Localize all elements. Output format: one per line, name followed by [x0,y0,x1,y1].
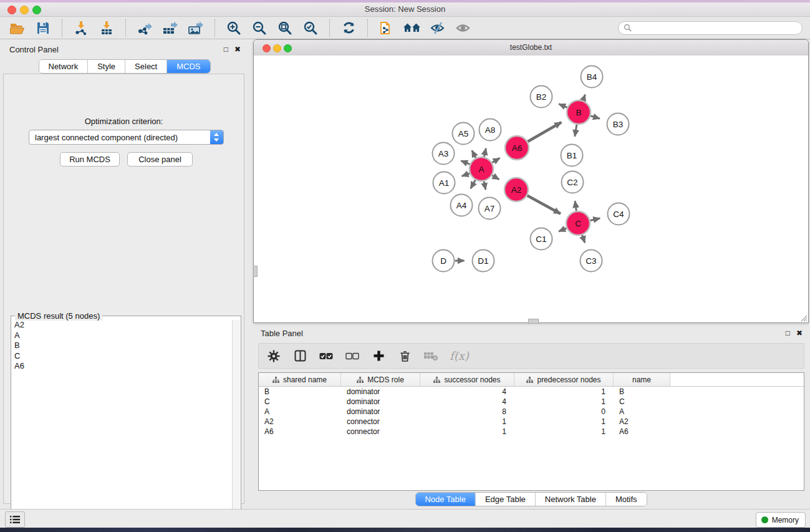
table-row[interactable]: A2connector11A2 [259,417,804,427]
open-session-icon[interactable] [7,19,27,37]
cell-name[interactable]: A2 [614,417,670,426]
deselect-all-rows-icon[interactable] [345,349,360,364]
table-row[interactable]: Adominator80A [259,407,804,417]
cell-successor-nodes[interactable]: 1 [420,427,514,436]
graph-edge-A-A3[interactable] [461,161,470,165]
tab-network-table[interactable]: Network Table [535,493,605,506]
cell-MCDS-role[interactable]: dominator [341,387,420,396]
export-table-icon[interactable] [160,19,180,37]
table-row[interactable]: A6connector11A6 [259,427,804,437]
column-header-MCDS-role[interactable]: MCDS role [341,373,420,386]
run-mcds-button[interactable]: Run MCDS [60,152,120,167]
table-options-gear-icon[interactable] [266,349,281,364]
tab-style[interactable]: Style [87,60,125,73]
import-network-from-file-icon[interactable] [71,19,91,37]
tab-edge-table[interactable]: Edge Table [475,493,535,506]
graph-node-B2[interactable]: B2 [531,86,552,108]
cell-successor-nodes[interactable]: 8 [420,407,514,416]
graph-node-A1[interactable]: A1 [433,172,455,194]
mcds-result-scrollbar[interactable] [232,320,240,529]
refresh-icon[interactable] [339,19,359,37]
cell-predecessor-nodes[interactable]: 0 [514,407,614,416]
cell-MCDS-role[interactable]: connector [341,427,420,436]
graph-edge-A-A4[interactable] [471,180,476,189]
mcds-result-list[interactable]: A2ABCA6 [12,320,232,529]
add-row-icon[interactable] [371,349,386,364]
graph-node-B1[interactable]: B1 [561,145,583,167]
graph-node-A5[interactable]: A5 [453,123,475,145]
mcds-result-item[interactable]: C [14,351,232,362]
mcds-result-item[interactable]: A2 [14,320,232,331]
cell-name[interactable]: C [614,397,670,406]
mcds-result-item[interactable]: A [14,331,232,341]
graph-edge-A-A2[interactable] [492,175,499,180]
graph-edge-A-A1[interactable] [462,173,470,177]
graph-node-D[interactable]: D [433,250,455,272]
tab-network[interactable]: Network [39,60,87,73]
network-window-titlebar[interactable]: testGlobe.txt [254,40,808,56]
cell-successor-nodes[interactable]: 4 [420,387,514,396]
graph-edge-A-A5[interactable] [472,150,476,158]
graph-edge-A-A6[interactable] [492,158,499,162]
splitter-handle-left[interactable] [253,266,258,277]
cell-shared-name[interactable]: C [259,397,341,406]
create-column-icon[interactable] [292,349,307,364]
graph-node-A7[interactable]: A7 [479,198,501,220]
splitter-handle-bottom[interactable] [528,319,539,324]
import-table-from-file-icon[interactable] [97,19,117,37]
search-field[interactable] [618,21,803,35]
graph-node-A6[interactable]: A6 [505,136,529,160]
mcds-result-item[interactable]: B [14,341,232,351]
optimization-criterion-select[interactable]: largest connected component (directed) [29,130,224,145]
cell-MCDS-role[interactable]: dominator [341,397,420,406]
graph-edge-B-B3[interactable] [591,116,600,118]
cell-shared-name[interactable]: B [259,387,341,396]
cell-successor-nodes[interactable]: 1 [420,417,514,426]
graph-node-B[interactable]: B [567,100,591,124]
column-header-predecessor-nodes[interactable]: predecessor nodes [514,373,614,386]
graph-edge-B-B2[interactable] [559,104,567,108]
fit-content-icon[interactable] [275,19,295,37]
graph-edge-B-B1[interactable] [575,125,577,137]
graph-node-A4[interactable]: A4 [451,195,473,216]
graph-node-C4[interactable]: C4 [608,203,630,225]
cell-predecessor-nodes[interactable]: 1 [514,387,614,396]
tab-node-table[interactable]: Node Table [415,493,475,506]
graph-edge-A-A7[interactable] [484,181,486,190]
graph-node-B3[interactable]: B3 [607,114,629,135]
cell-name[interactable]: A [614,407,670,416]
graph-node-B4[interactable]: B4 [581,66,603,88]
tab-mcds[interactable]: MCDS [166,60,210,73]
graph-node-D1[interactable]: D1 [473,250,494,272]
graph-edge-A-A8[interactable] [484,148,486,157]
zoom-selected-icon[interactable] [301,19,321,37]
hide-selected-icon[interactable] [428,19,448,37]
tab-motifs[interactable]: Motifs [605,493,647,506]
graph-edge-A6-B[interactable] [528,122,561,142]
mcds-result-item[interactable]: A6 [14,361,232,372]
export-network-icon[interactable] [135,19,155,37]
tab-select[interactable]: Select [125,60,166,73]
node-table[interactable]: shared nameMCDS rolesuccessor nodesprede… [258,372,804,491]
graph-node-A[interactable]: A [470,157,493,181]
column-header-name[interactable]: name [614,373,670,386]
close-panel-button[interactable]: Close panel [127,152,193,167]
zoom-out-icon[interactable] [249,19,269,37]
new-network-from-selection-icon[interactable] [377,19,397,37]
graph-edge-C-C2[interactable] [575,201,576,211]
close-panel-icon[interactable]: ✖ [796,328,803,338]
cell-successor-nodes[interactable]: 4 [420,397,514,406]
graph-node-A3[interactable]: A3 [433,143,455,165]
graph-node-C2[interactable]: C2 [562,172,584,193]
graph-node-A2[interactable]: A2 [504,178,528,201]
export-image-icon[interactable] [186,19,206,37]
cell-predecessor-nodes[interactable]: 1 [514,397,614,406]
select-all-rows-icon[interactable] [319,349,334,364]
first-neighbors-icon[interactable] [402,19,422,37]
graph-node-C[interactable]: C [566,211,590,235]
cell-name[interactable]: B [614,387,670,396]
save-session-icon[interactable] [33,19,53,37]
column-header-shared-name[interactable]: shared name [259,373,341,386]
cell-shared-name[interactable]: A6 [259,427,341,436]
cell-MCDS-role[interactable]: connector [341,417,420,426]
